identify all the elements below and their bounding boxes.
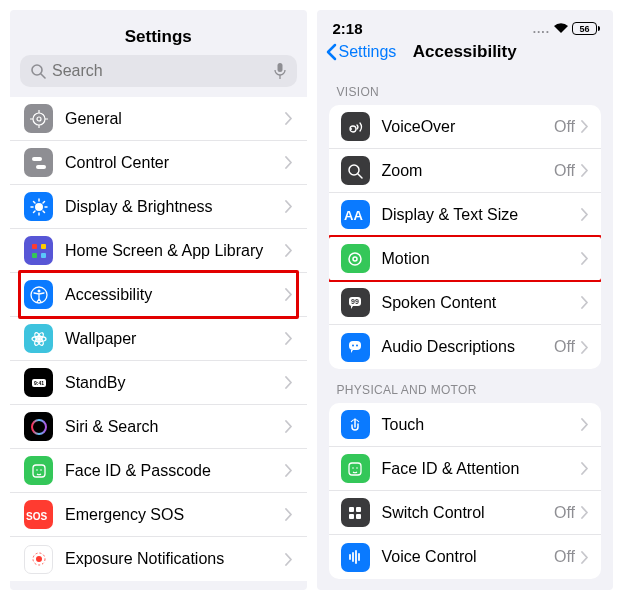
svg-rect-56 bbox=[356, 507, 361, 512]
nav-bar: Settings Accessibility bbox=[317, 39, 614, 71]
row-label: Display & Brightness bbox=[65, 198, 285, 216]
chevron-icon bbox=[581, 208, 589, 221]
row-voiceover[interactable]: VoiceOverOff bbox=[329, 105, 602, 149]
settings-row-emergency-sos[interactable]: SOSEmergency SOS bbox=[10, 493, 307, 537]
row-label: Switch Control bbox=[382, 504, 554, 522]
settings-row-exposure-notifications[interactable]: Exposure Notifications bbox=[10, 537, 307, 581]
row-switch-control[interactable]: Switch ControlOff bbox=[329, 491, 602, 535]
search-input[interactable] bbox=[52, 62, 273, 80]
row-label: Spoken Content bbox=[382, 294, 582, 312]
row-label: Touch bbox=[382, 416, 582, 434]
row-label: Control Center bbox=[65, 154, 285, 172]
wifi-icon bbox=[553, 20, 569, 37]
chevron-icon bbox=[285, 112, 293, 125]
chevron-icon bbox=[581, 164, 589, 177]
face2-icon bbox=[341, 454, 370, 483]
row-face-id-attention[interactable]: Face ID & Attention bbox=[329, 447, 602, 491]
settings-group: TouchFace ID & AttentionSwitch ControlOf… bbox=[329, 403, 602, 579]
svg-point-36 bbox=[40, 469, 42, 471]
row-motion[interactable]: Motion bbox=[329, 237, 602, 281]
cell-dots-icon: .... bbox=[533, 22, 550, 36]
row-label: Face ID & Attention bbox=[382, 460, 582, 478]
svg-rect-49 bbox=[349, 341, 361, 350]
chevron-icon bbox=[285, 288, 293, 301]
motion-icon bbox=[341, 244, 370, 273]
section-header: PHYSICAL AND MOTOR bbox=[317, 369, 614, 403]
flower-icon bbox=[24, 324, 53, 353]
sos-icon: SOS bbox=[24, 500, 53, 529]
row-zoom[interactable]: ZoomOff bbox=[329, 149, 602, 193]
svg-text:SOS: SOS bbox=[26, 511, 47, 522]
microphone-icon[interactable] bbox=[273, 62, 287, 80]
status-bar: 2:18 .... 56 bbox=[317, 10, 614, 39]
row-label: Face ID & Passcode bbox=[65, 462, 285, 480]
chevron-icon bbox=[285, 156, 293, 169]
row-label: Voice Control bbox=[382, 548, 554, 566]
row-label: Exposure Notifications bbox=[65, 550, 285, 568]
svg-rect-24 bbox=[41, 253, 46, 258]
status-time: 2:18 bbox=[333, 20, 363, 37]
svg-point-41 bbox=[350, 128, 352, 130]
row-touch[interactable]: Touch bbox=[329, 403, 602, 447]
grid-icon bbox=[24, 236, 53, 265]
row-value: Off bbox=[554, 548, 575, 566]
page-title: Settings bbox=[10, 10, 307, 55]
row-label: General bbox=[65, 110, 285, 128]
svg-rect-57 bbox=[349, 514, 354, 519]
search-bar[interactable] bbox=[20, 55, 297, 87]
svg-point-45 bbox=[349, 253, 361, 265]
settings-row-siri-search[interactable]: Siri & Search bbox=[10, 405, 307, 449]
row-value: Off bbox=[554, 504, 575, 522]
settings-row-standby[interactable]: 9:41StandBy bbox=[10, 361, 307, 405]
chevron-icon bbox=[581, 252, 589, 265]
access-icon bbox=[24, 280, 53, 309]
search-icon bbox=[30, 63, 46, 79]
svg-rect-58 bbox=[356, 514, 361, 519]
row-label: Motion bbox=[382, 250, 582, 268]
settings-row-general[interactable]: General bbox=[10, 97, 307, 141]
row-value: Off bbox=[554, 338, 575, 356]
svg-point-53 bbox=[352, 467, 354, 469]
chevron-icon bbox=[581, 296, 589, 309]
row-label: Display & Text Size bbox=[382, 206, 582, 224]
chevron-icon bbox=[285, 464, 293, 477]
chevron-icon bbox=[285, 420, 293, 433]
row-audio-descriptions[interactable]: Audio DescriptionsOff bbox=[329, 325, 602, 369]
row-label: StandBy bbox=[65, 374, 285, 392]
face-icon bbox=[24, 456, 53, 485]
row-display-text-size[interactable]: AADisplay & Text Size bbox=[329, 193, 602, 237]
chevron-icon bbox=[285, 200, 293, 213]
row-spoken-content[interactable]: 99Spoken Content bbox=[329, 281, 602, 325]
expo-icon bbox=[24, 545, 53, 574]
svg-line-19 bbox=[43, 201, 45, 203]
svg-point-12 bbox=[35, 203, 43, 211]
settings-row-wallpaper[interactable]: Wallpaper bbox=[10, 317, 307, 361]
svg-point-54 bbox=[356, 467, 358, 469]
chevron-icon bbox=[285, 508, 293, 521]
sun-icon bbox=[24, 192, 53, 221]
svg-rect-23 bbox=[32, 253, 37, 258]
svg-point-33 bbox=[32, 420, 46, 434]
touch-icon bbox=[341, 410, 370, 439]
aa-icon: AA bbox=[341, 200, 370, 229]
settings-row-control-center[interactable]: Control Center bbox=[10, 141, 307, 185]
voice-icon bbox=[341, 543, 370, 572]
row-label: Siri & Search bbox=[65, 418, 285, 436]
chevron-icon bbox=[581, 120, 589, 133]
zoom-icon bbox=[341, 156, 370, 185]
svg-line-20 bbox=[33, 211, 35, 213]
svg-rect-55 bbox=[349, 507, 354, 512]
svg-rect-21 bbox=[32, 244, 37, 249]
row-label: Emergency SOS bbox=[65, 506, 285, 524]
settings-row-display-brightness[interactable]: Display & Brightness bbox=[10, 185, 307, 229]
settings-row-accessibility[interactable]: Accessibility bbox=[10, 273, 307, 317]
switches-icon bbox=[24, 148, 53, 177]
settings-row-home-screen-app-library[interactable]: Home Screen & App Library bbox=[10, 229, 307, 273]
row-voice-control[interactable]: Voice ControlOff bbox=[329, 535, 602, 579]
back-button[interactable]: Settings bbox=[325, 43, 397, 61]
back-label: Settings bbox=[339, 43, 397, 61]
settings-row-face-id-passcode[interactable]: Face ID & Passcode bbox=[10, 449, 307, 493]
chevron-icon bbox=[581, 418, 589, 431]
svg-point-50 bbox=[352, 345, 354, 347]
chevron-icon bbox=[285, 244, 293, 257]
